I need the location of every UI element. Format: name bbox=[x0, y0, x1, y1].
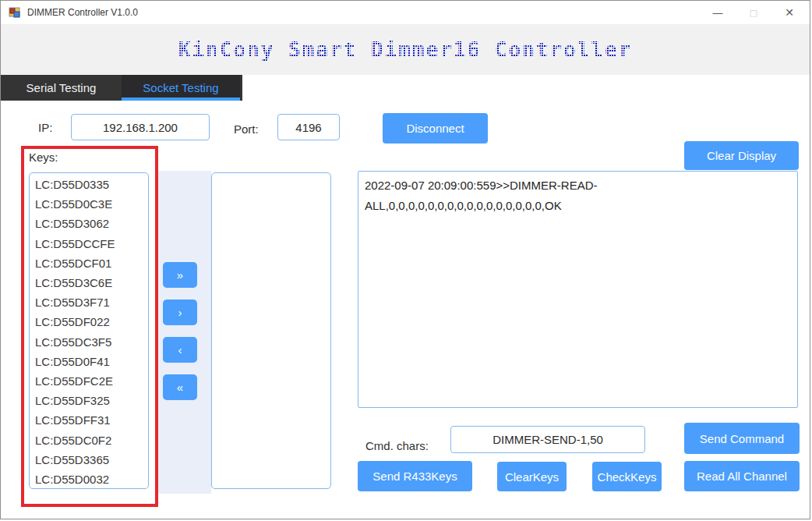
key-list-item[interactable]: LC:D55DFC2E bbox=[30, 371, 148, 391]
log-line: ALL,0,0,0,0,0,0,0,0,0,0,0,0,0,0,0,0,OK bbox=[365, 196, 791, 216]
cmd-chars-label: Cmd. chars: bbox=[365, 439, 429, 452]
move-left-button[interactable]: ‹ bbox=[163, 337, 197, 363]
cmd-chars-input[interactable] bbox=[450, 426, 645, 453]
move-all-right-button[interactable]: » bbox=[163, 262, 197, 288]
key-list-item[interactable]: LC:D55DCCFE bbox=[30, 234, 148, 253]
move-all-left-button[interactable]: « bbox=[163, 374, 197, 400]
app-icon bbox=[9, 6, 21, 19]
ip-label: IP: bbox=[38, 121, 52, 134]
window-title: DIMMER Controller V1.0.0 bbox=[27, 7, 138, 18]
disconnect-button[interactable]: Disconnect bbox=[383, 113, 488, 144]
move-right-button[interactable]: › bbox=[163, 299, 197, 325]
send-r433keys-button[interactable]: Send R433Keys bbox=[358, 461, 472, 491]
tab-serial-testing[interactable]: Serial Testing bbox=[1, 75, 122, 101]
minimize-button[interactable]: — bbox=[704, 1, 731, 24]
key-list-item[interactable]: LC:D55D3F71 bbox=[30, 292, 148, 312]
clear-display-button[interactable]: Clear Display bbox=[684, 141, 799, 170]
key-list-item[interactable]: LC:D55DF022 bbox=[30, 312, 148, 331]
read-all-channel-button[interactable]: Read All Channel bbox=[684, 461, 800, 491]
tab-strip: Serial Testing Socket Testing bbox=[1, 75, 810, 101]
app-window: DIMMER Controller V1.0.0 — ◻ ✕ KinCony S… bbox=[0, 0, 810, 519]
key-list-item[interactable]: LC:D55D3365 bbox=[30, 450, 148, 470]
key-list-item[interactable]: LC:D55DC0F2 bbox=[30, 431, 148, 450]
keys-listbox[interactable]: LC:D55D0335LC:D55D0C3ELC:D55D3062LC:D55D… bbox=[29, 172, 149, 489]
socket-testing-page: IP: Port: Disconnect Clear Display Keys:… bbox=[1, 101, 810, 519]
check-keys-button[interactable]: CheckKeys bbox=[592, 462, 662, 491]
maximize-button[interactable]: ◻ bbox=[740, 1, 767, 24]
send-command-button[interactable]: Send Command bbox=[684, 423, 800, 454]
key-list-item[interactable]: LC:D55DF325 bbox=[30, 391, 148, 410]
port-label: Port: bbox=[234, 122, 259, 136]
selected-keys-listbox[interactable] bbox=[211, 172, 331, 489]
clear-keys-button[interactable]: ClearKeys bbox=[497, 462, 567, 491]
key-list-item[interactable]: LC:D55D0F41 bbox=[30, 352, 148, 371]
key-list-item[interactable]: LC:D55D3062 bbox=[30, 214, 148, 233]
ip-input[interactable] bbox=[71, 114, 210, 140]
title-bar: DIMMER Controller V1.0.0 — ◻ ✕ bbox=[1, 1, 810, 24]
transfer-panel-background bbox=[158, 171, 211, 494]
app-header: KinCony Smart Dimmer16 Controller bbox=[1, 24, 810, 75]
port-input[interactable] bbox=[277, 114, 340, 140]
key-list-item[interactable]: LC:D55D0C3E bbox=[30, 194, 148, 214]
app-header-title: KinCony Smart Dimmer16 Controller bbox=[178, 38, 633, 62]
key-list-item[interactable]: LC:D55DFF31 bbox=[30, 410, 148, 430]
key-list-item[interactable]: LC:D55D3C6E bbox=[30, 273, 148, 292]
key-list-item[interactable]: LC:D55D0032 bbox=[30, 470, 148, 489]
keys-label: Keys: bbox=[29, 151, 58, 164]
close-button[interactable]: ✕ bbox=[776, 1, 803, 24]
key-list-item[interactable]: LC:D55DC3F5 bbox=[30, 332, 148, 352]
key-list-item[interactable]: LC:D55D0335 bbox=[30, 175, 148, 194]
key-list-item[interactable]: LC:D55DCF01 bbox=[30, 253, 148, 273]
log-display[interactable]: 2022-09-07 20:09:00:559>>DIMMER-READ-ALL… bbox=[358, 171, 798, 408]
log-line: 2022-09-07 20:09:00:559>>DIMMER-READ- bbox=[365, 175, 791, 196]
